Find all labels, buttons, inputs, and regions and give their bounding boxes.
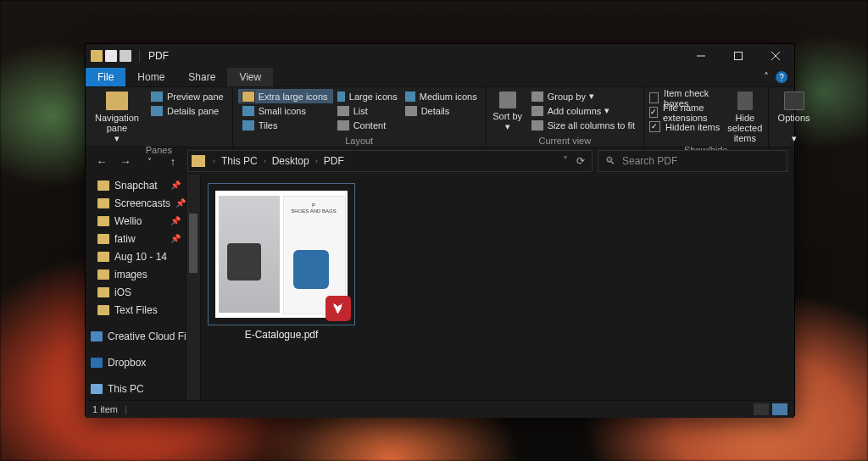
help-icon[interactable]: ? xyxy=(776,71,787,83)
maximize-button[interactable] xyxy=(720,44,757,68)
file-extensions-toggle[interactable]: ✓File name extensions xyxy=(649,105,724,119)
tab-home[interactable]: Home xyxy=(125,68,176,86)
pin-icon: 📌 xyxy=(170,234,181,243)
scrollbar-thumb[interactable] xyxy=(189,214,198,273)
file-thumbnail: PSHOES AND BAGS ⮟ xyxy=(208,183,355,325)
close-button[interactable] xyxy=(757,44,794,68)
ribbon: Navigation pane ▾ Preview pane Details p… xyxy=(86,87,794,147)
tree-wellio[interactable]: Wellio📌 xyxy=(86,212,186,230)
add-columns-button[interactable]: Add columns ▾ xyxy=(527,103,638,118)
collapse-ribbon-icon[interactable]: ˄ xyxy=(764,71,769,83)
svg-rect-1 xyxy=(735,53,743,60)
size-columns-button[interactable]: Size all columns to fit xyxy=(527,118,638,132)
file-name: E-Catalogue.pdf xyxy=(245,329,319,341)
sort-by-button[interactable]: Sort by ▾ xyxy=(492,89,524,131)
forward-button[interactable]: → xyxy=(116,152,135,170)
titlebar: PDF xyxy=(86,44,794,68)
pin-icon: 📌 xyxy=(170,181,181,190)
layout-content[interactable]: Content xyxy=(333,118,401,132)
status-bar: 1 item | xyxy=(86,400,794,418)
hide-selected-button[interactable]: Hide selected items xyxy=(727,89,763,143)
address-bar[interactable]: › This PC › Desktop › PDF ˅ ⟳ xyxy=(187,150,593,172)
group-current-view: Sort by ▾ Group by ▾ Add columns ▾ Size … xyxy=(487,87,644,147)
window-title: PDF xyxy=(145,50,169,62)
qat xyxy=(86,50,145,62)
search-placeholder: Search PDF xyxy=(622,155,677,167)
file-icon xyxy=(105,50,117,62)
crumb-this-pc[interactable]: This PC xyxy=(220,155,259,167)
pin-icon: 📌 xyxy=(170,216,181,225)
tree-images[interactable]: images xyxy=(86,265,186,283)
tree-this-pc[interactable]: This PC xyxy=(86,380,186,397)
file-item[interactable]: PSHOES AND BAGS ⮟ E-Catalogue.pdf xyxy=(209,183,353,341)
pin-icon: 📌 xyxy=(175,198,186,208)
up-button[interactable]: ↑ xyxy=(164,152,182,170)
preview-pane-button[interactable]: Preview pane xyxy=(147,89,227,103)
tree-ios[interactable]: iOS xyxy=(86,283,186,301)
layout-small-icons[interactable]: Small icons xyxy=(238,103,333,118)
file-list[interactable]: PSHOES AND BAGS ⮟ E-Catalogue.pdf xyxy=(201,175,794,400)
search-box[interactable]: 🔍︎ Search PDF xyxy=(598,150,787,172)
tree-aug[interactable]: Aug 10 - 14 xyxy=(86,247,186,265)
tree-textfiles[interactable]: Text Files xyxy=(86,301,186,319)
layout-medium-icons[interactable]: Medium icons xyxy=(401,89,481,103)
layout-tiles[interactable]: Tiles xyxy=(238,118,333,132)
group-panes: Navigation pane ▾ Preview pane Details p… xyxy=(86,87,233,147)
tab-view[interactable]: View xyxy=(227,68,273,86)
tree-scrollbar[interactable] xyxy=(186,175,201,400)
tab-share[interactable]: Share xyxy=(176,68,227,86)
crumb-desktop[interactable]: Desktop xyxy=(270,155,311,167)
explorer-body: Snapchat📌 Screencasts📌 Wellio📌 fatiw📌 Au… xyxy=(86,175,794,400)
recent-locations-button[interactable]: ˅ xyxy=(140,152,159,170)
address-dropdown-icon[interactable]: ˅ xyxy=(563,155,568,167)
group-options: Options▾ xyxy=(769,87,820,147)
group-by-button[interactable]: Group by ▾ xyxy=(527,89,638,103)
group-show-hide: Item check boxes ✓File name extensions ✓… xyxy=(644,87,769,147)
folder-icon xyxy=(91,50,103,62)
tree-fatiw[interactable]: fatiw📌 xyxy=(86,230,186,247)
props-icon xyxy=(120,50,131,62)
nav-bar: ← → ˅ ↑ › This PC › Desktop › PDF ˅ ⟳ 🔍︎… xyxy=(86,147,794,175)
layout-large-icons[interactable]: Large icons xyxy=(333,89,401,103)
pdf-badge-icon: ⮟ xyxy=(326,296,351,321)
status-count: 1 item xyxy=(92,404,118,414)
options-button[interactable]: Options▾ xyxy=(774,89,815,143)
layout-extra-large-icons[interactable]: Extra large icons xyxy=(238,89,333,103)
tree-dropbox[interactable]: Dropbox xyxy=(86,353,186,371)
navigation-pane-button[interactable]: Navigation pane ▾ xyxy=(91,89,143,143)
group-layout: Extra large icons Large icons Medium ico… xyxy=(233,87,487,147)
details-view-icon[interactable] xyxy=(754,403,769,415)
folder-icon xyxy=(192,155,205,167)
search-icon: 🔍︎ xyxy=(605,155,615,167)
explorer-window: PDF File Home Share View ˄ ? Navigation … xyxy=(85,43,795,416)
back-button[interactable]: ← xyxy=(92,152,111,170)
layout-list[interactable]: List xyxy=(333,103,401,118)
nav-tree[interactable]: Snapchat📌 Screencasts📌 Wellio📌 fatiw📌 Au… xyxy=(86,175,186,400)
icons-view-icon[interactable] xyxy=(772,403,787,415)
tree-snapchat[interactable]: Snapchat📌 xyxy=(86,176,186,194)
tree-screencasts[interactable]: Screencasts📌 xyxy=(86,194,186,212)
refresh-icon[interactable]: ⟳ xyxy=(576,155,585,167)
minimize-button[interactable] xyxy=(682,44,720,68)
layout-details[interactable]: Details xyxy=(401,103,481,118)
hidden-items-toggle[interactable]: ✓Hidden items xyxy=(649,119,724,134)
ribbon-tabs: File Home Share View ˄ ? xyxy=(86,68,794,87)
tree-3d-objects[interactable]: 3D Objects xyxy=(86,397,186,400)
tab-file[interactable]: File xyxy=(86,68,125,86)
details-pane-button[interactable]: Details pane xyxy=(147,103,227,118)
tree-creative-cloud[interactable]: Creative Cloud Files xyxy=(86,327,186,345)
crumb-pdf[interactable]: PDF xyxy=(322,155,346,167)
